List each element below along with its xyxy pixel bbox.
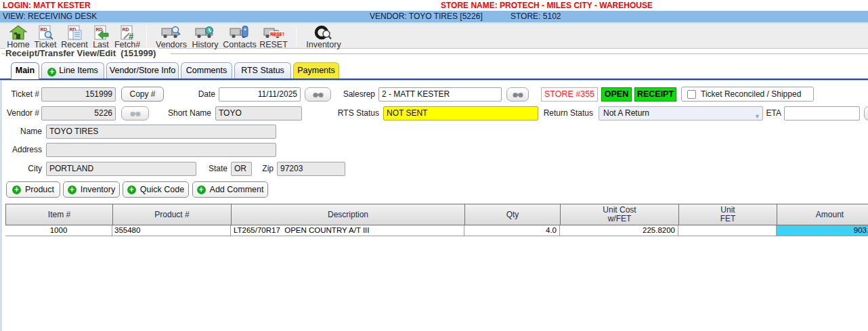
add-inventory-button[interactable]: +Inventory [63, 181, 120, 198]
plus-icon: + [197, 185, 206, 194]
add-product-button[interactable]: +Product [6, 181, 60, 198]
eta-field[interactable] [784, 106, 860, 120]
cell-description[interactable]: LT265/70R17 OPEN COUNTRY A/T III [230, 225, 464, 236]
panel-title: Receipt/Transfer View/Edit (151999) [5, 48, 158, 58]
name-label: Name [8, 125, 42, 139]
tab-vendor-store-info[interactable]: Vendor/Store Info [106, 62, 179, 79]
toolbar-home[interactable]: Home [4, 25, 32, 48]
cell-qty[interactable]: 4.0 [464, 225, 559, 236]
plus-icon: + [12, 185, 21, 194]
truck-contact-icon [221, 25, 258, 40]
view-header-bar: VIEW: RECEIVING DESK VENDOR: TOYO TIRES … [0, 11, 868, 22]
cell-unit-fet[interactable] [678, 225, 776, 236]
group-box-border [1, 53, 5, 54]
plus-icon: + [68, 185, 77, 194]
tab-main[interactable]: Main [11, 62, 39, 79]
toolbar-reset[interactable]: RESET RESET [259, 25, 288, 48]
add-quick-code-button[interactable]: +Quick Code [123, 181, 189, 198]
short-name-field: TOYO [215, 106, 302, 120]
date-field[interactable]: 11/11/2025 [219, 87, 301, 102]
ticket-reconciled-checkbox[interactable] [687, 90, 696, 99]
tab-payments-label: Payments [297, 66, 335, 75]
receipt-status-badge: RECEIPT [634, 87, 676, 102]
salesrep-field[interactable]: 2 - MATT KESTER [378, 87, 502, 102]
return-status-dropdown[interactable]: Not A Return ▼ [599, 106, 763, 120]
vendor-number-label: Vendor # [4, 106, 39, 120]
store-number-badge: STORE #355 [541, 87, 598, 102]
tab-comments-label: Comments [186, 66, 227, 75]
toolbar-history[interactable]: History [190, 25, 221, 48]
column-header-description: Description [231, 204, 464, 225]
line-item-row[interactable]: 1000 355480 LT265/70R17 OPEN COUNTRY A/T… [5, 225, 868, 236]
eta-edge-button[interactable] [864, 106, 868, 120]
zip-field: 97203 [277, 162, 345, 176]
svg-text:RD: RD [41, 27, 47, 32]
city-field: PORTLAND [46, 162, 196, 176]
tab-comments[interactable]: Comments [181, 62, 232, 79]
rd-doc-search-icon: RD [32, 25, 59, 40]
date-label: Date [187, 87, 215, 102]
toolbar-vendors[interactable]: Vendors [154, 25, 189, 48]
view-text: VIEW: RECEIVING DESK [3, 12, 97, 21]
toolbar-ticket[interactable]: RD Ticket [32, 25, 59, 48]
truck-reset-icon: RESET [259, 25, 288, 40]
toolbar-contacts[interactable]: Contacts [221, 25, 258, 48]
toolbar: Home RD Ticket RD Recent RD Last RD# Fet… [0, 24, 868, 49]
add-quick-code-label: Quick Code [140, 185, 184, 194]
tab-rts-status-label: RTS Status [241, 66, 284, 75]
vendor-lookup-button[interactable] [121, 106, 149, 120]
ticket-reconciled-label: Ticket Reconciled / Shipped [701, 87, 801, 102]
toolbar-last[interactable]: RD Last [90, 25, 112, 48]
copy-number-button[interactable]: Copy # [121, 87, 164, 102]
toolbar-contacts-label: Contacts [221, 41, 258, 49]
toolbar-history-label: History [190, 41, 221, 49]
address-field [46, 143, 276, 157]
vendor-text: VENDOR: TOYO TIRES [5226] [370, 12, 483, 21]
toolbar-inventory[interactable]: Inventory [305, 25, 343, 48]
cell-product-number[interactable]: 355480 [112, 225, 230, 236]
home-icon [4, 25, 32, 40]
login-text: LOGIN: MATT KESTER [3, 1, 91, 10]
return-status-value: Not A Return [603, 108, 649, 118]
plus-icon: + [47, 68, 56, 76]
rd-doc-list-icon: RD [60, 25, 89, 40]
zip-label: Zip [256, 162, 274, 176]
svg-text:RESET: RESET [270, 32, 284, 37]
svg-text:RD: RD [96, 27, 103, 32]
receiving-desk-window: LOGIN: MATT KESTER STORE NAME: PROTECH -… [0, 0, 868, 331]
add-comment-button[interactable]: +Add Comment [192, 181, 268, 198]
tab-payments[interactable]: Payments [293, 62, 339, 79]
column-header-unit-fet: Unit FET [678, 204, 777, 225]
name-field: TOYO TIRES [46, 125, 276, 139]
cell-unit-cost[interactable]: 225.8200 [559, 225, 678, 236]
toolbar-fetch-number[interactable]: RD# Fetch# [112, 25, 142, 48]
ticket-number-label: Ticket # [4, 87, 39, 102]
short-name-label: Short Name [161, 106, 211, 120]
group-box-border [171, 53, 868, 54]
line-items-header: Item # Product # Description Qty Unit Co… [5, 204, 868, 225]
toolbar-recent[interactable]: RD Recent [60, 25, 89, 48]
city-label: City [8, 162, 42, 176]
store-text: STORE: 5102 [511, 12, 561, 21]
return-status-label: Return Status [542, 106, 593, 120]
panel-left-edge [0, 81, 2, 331]
tire-search-icon [305, 25, 343, 40]
cell-amount[interactable]: 903.28 [776, 225, 868, 236]
rd-doc-number-icon: RD# [112, 25, 142, 40]
tab-rts-status[interactable]: RTS Status [234, 62, 291, 79]
tab-vendor-store-info-label: Vendor/Store Info [110, 66, 175, 75]
ticket-reconciled-group: Ticket Reconciled / Shipped [681, 87, 814, 102]
column-header-unit-cost: Unit Cost w/FET [560, 204, 678, 225]
salesrep-label: Salesrep [337, 87, 375, 102]
tab-line-items[interactable]: +Line Items [41, 62, 104, 79]
add-comment-label: Add Comment [210, 185, 264, 194]
tab-underline [0, 80, 868, 81]
cell-item-number[interactable]: 1000 [5, 225, 112, 236]
toolbar-reset-label: RESET [259, 41, 288, 49]
toolbar-separator [296, 26, 297, 47]
binoculars-icon [313, 89, 324, 101]
salesrep-lookup-button[interactable] [506, 87, 529, 102]
date-lookup-button[interactable] [305, 87, 331, 102]
state-field: OR [231, 162, 252, 176]
plus-icon: + [127, 185, 136, 194]
